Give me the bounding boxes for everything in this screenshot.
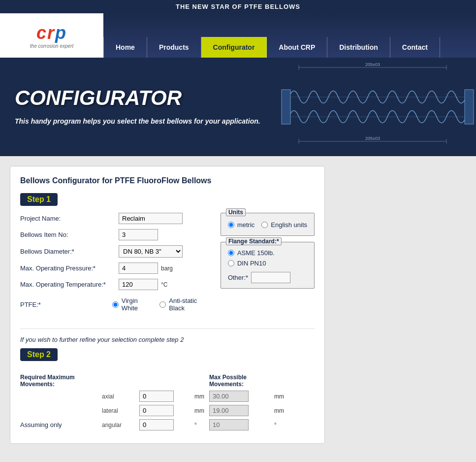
ptfe-antistatic-text: Anti-static Black <box>169 297 211 312</box>
axial-max-unit: mm <box>274 393 291 400</box>
flange-legend: Flange Standard:* <box>226 237 282 245</box>
other-flange-input[interactable] <box>251 272 290 283</box>
step2-header: Step 2 <box>20 348 58 361</box>
units-radios: metric English units <box>228 219 307 231</box>
ptfe-virgin-label[interactable]: Virgin White <box>112 297 153 312</box>
max-pressure-group: Max. Operating Pressure:* barg <box>20 263 211 274</box>
config-title: Bellows Configurator for PTFE FluoroFlow… <box>20 176 315 185</box>
svg-rect-14 <box>465 90 474 124</box>
pressure-unit: barg <box>161 265 173 272</box>
bellows-item-input[interactable] <box>119 229 158 240</box>
logo-tagline: the corrosion expert <box>30 43 73 49</box>
bellows-diameter-label: Bellows Diameter:* <box>20 248 119 255</box>
hero-image: 205±03 205±03 <box>279 58 476 156</box>
axial-max-input <box>209 391 249 402</box>
angular-max-input <box>209 419 249 430</box>
axial-direction-label: axial <box>102 393 136 400</box>
bellows-diameter-select[interactable]: DN 80, NB 3" DN 100, NB 4" DN 150, NB 6" <box>119 245 183 258</box>
max-possible-header: Max Possible Movements: <box>209 374 268 388</box>
angular-req-unit: ° <box>194 422 206 429</box>
lateral-req-input[interactable] <box>139 405 174 416</box>
configurator-box: Bellows Configurator for PTFE FluoroFlow… <box>10 166 325 444</box>
top-banner: THE NEW STAR OF PTFE BELLOWS <box>0 0 476 13</box>
project-name-input[interactable] <box>119 213 183 224</box>
ptfe-antistatic-label[interactable]: Anti-static Black <box>159 297 211 312</box>
units-legend: Units <box>226 208 246 216</box>
logo-area: crp the corrosion expert <box>0 13 103 58</box>
hero-text: CONFIGURATOR This handy program helps yo… <box>15 88 260 127</box>
asme-flange-radio[interactable] <box>228 250 234 256</box>
step2-section: If you wish to further refine your selec… <box>20 329 315 430</box>
asme-flange-label[interactable]: ASME 150lb. <box>228 249 307 257</box>
english-radio[interactable] <box>261 222 268 228</box>
angular-req-input[interactable] <box>139 419 174 430</box>
ptfe-antistatic-radio[interactable] <box>159 301 166 308</box>
banner-text: THE NEW STAR OF PTFE BELLOWS <box>176 3 300 10</box>
din-flange-radio[interactable] <box>228 260 234 266</box>
step2-note: If you wish to further refine your selec… <box>20 336 315 343</box>
step1-left: Project Name: Bellows Item No: Bellows D… <box>20 213 211 319</box>
lateral-direction-label: lateral <box>102 407 136 414</box>
bellows-item-label: Bellows Item No: <box>20 231 119 238</box>
din-flange-label[interactable]: DIN PN10 <box>228 260 307 267</box>
angular-max-unit: ° <box>274 422 291 429</box>
metric-unit-label[interactable]: metric <box>228 221 254 229</box>
step1-right: Units metric English units Fla <box>221 213 315 289</box>
axial-req-input[interactable] <box>139 391 174 402</box>
hero-description: This handy program helps you select the … <box>15 116 260 127</box>
nav-distribution[interactable]: Distribution <box>327 37 390 58</box>
ptfe-label: PTFE:* <box>20 301 112 308</box>
max-temp-label: Max. Operating Temperature:* <box>20 281 119 288</box>
step2-content: Required Maximum Movements: Max Possible… <box>20 374 315 430</box>
assuming-label: Assuming only <box>20 421 99 429</box>
step1-header: Step 1 <box>20 193 58 206</box>
nav-home[interactable]: Home <box>103 37 147 58</box>
din-flange-text: DIN PN10 <box>237 260 266 267</box>
step1-layout: Project Name: Bellows Item No: Bellows D… <box>20 213 315 319</box>
ptfe-virgin-radio[interactable] <box>112 301 119 308</box>
ptfe-group: PTFE:* Virgin White Anti-static Black <box>20 295 211 314</box>
other-flange-label: Other:* <box>228 274 248 281</box>
logo: crp <box>36 23 67 43</box>
svg-text:205±03: 205±03 <box>365 62 380 67</box>
nav-contact[interactable]: Contact <box>390 37 440 58</box>
metric-radio[interactable] <box>228 222 234 228</box>
lateral-req-unit: mm <box>194 407 206 414</box>
svg-rect-13 <box>282 90 290 124</box>
bellows-item-group: Bellows Item No: <box>20 229 211 240</box>
max-pressure-label: Max. Operating Pressure:* <box>20 264 119 272</box>
max-pressure-input[interactable] <box>119 263 158 274</box>
bellows-diameter-group: Bellows Diameter:* DN 80, NB 3" DN 100, … <box>20 245 211 258</box>
max-temp-group: Max. Operating Temperature:* °C <box>20 279 211 290</box>
main-nav: Home Products Configurator About CRP Dis… <box>103 13 476 58</box>
asme-flange-text: ASME 150lb. <box>237 249 275 257</box>
units-box: Units metric English units <box>221 213 315 236</box>
nav-configurator[interactable]: Configurator <box>201 37 267 58</box>
lateral-max-unit: mm <box>274 407 291 414</box>
english-label: English units <box>271 221 307 229</box>
axial-req-unit: mm <box>194 393 206 400</box>
angular-direction-label: angular <box>102 422 136 429</box>
project-name-label: Project Name: <box>20 215 119 222</box>
req-movements-header: Required Maximum Movements: <box>20 374 99 388</box>
nav-about[interactable]: About CRP <box>267 37 327 58</box>
hero-section: CONFIGURATOR This handy program helps yo… <box>0 58 476 156</box>
english-unit-label[interactable]: English units <box>261 221 307 229</box>
metric-label: metric <box>237 221 254 229</box>
svg-text:205±03: 205±03 <box>365 136 380 141</box>
header: crp the corrosion expert Home Products C… <box>0 13 476 58</box>
main-content: Bellows Configurator for PTFE FluoroFlow… <box>0 156 476 454</box>
max-temp-input[interactable] <box>119 279 158 290</box>
nav-products[interactable]: Products <box>147 37 201 58</box>
hero-title: CONFIGURATOR <box>15 88 260 108</box>
ptfe-virgin-text: Virgin White <box>122 297 153 312</box>
temp-unit: °C <box>161 281 167 288</box>
lateral-max-input <box>209 405 249 416</box>
flange-box: Flange Standard:* ASME 150lb. DIN PN10 O… <box>221 242 315 289</box>
project-name-group: Project Name: <box>20 213 211 224</box>
